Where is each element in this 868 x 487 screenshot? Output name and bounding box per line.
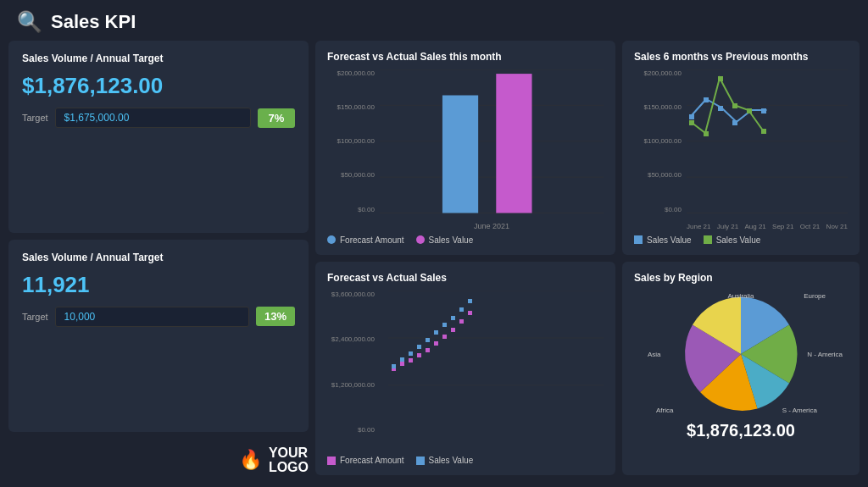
legend-item: Sales Value [704,235,761,245]
svg-rect-43 [434,330,438,335]
y-label: $3,600,000.00 [327,291,378,298]
legend-sq [634,235,643,244]
svg-rect-15 [732,120,737,125]
line-chart-6months: $200,000.00 $150,000.00 $100,000.00 $50,… [634,69,848,230]
card-forecast-actual: Forecast vs Actual Sales $3,600,000.00 $… [315,262,615,476]
y-axis-scatter: $3,600,000.00 $2,400,000.00 $1,200,000.0… [327,291,378,434]
kpi1-label: Target [22,113,48,123]
svg-rect-46 [459,307,464,312]
legend-sq [416,457,425,465]
kpi1-badge: 7% [258,108,295,128]
kpi2-value: 11,921 [22,272,295,298]
kpi2-badge: 13% [256,307,295,326]
card3-title: Forecast vs Actual Sales [327,272,604,284]
legend-dot [327,235,336,244]
y-label: $2,400,000.00 [327,335,378,343]
svg-rect-47 [468,299,472,303]
kpi1-value: $1,876,123.00 [22,73,295,99]
legend-label: Sales Value [429,235,474,245]
logo-text: YOUR LOGO [269,445,309,475]
svg-rect-45 [451,316,455,320]
region-label-australia: Australia [727,292,754,300]
kpi2-target: 10,000 [55,307,249,327]
x-label: June 21 [687,223,710,230]
y-label: $100,000.00 [327,137,378,145]
kpi-card-1: Sales Volume / Annual Target $1,876,123.… [8,41,309,233]
svg-rect-21 [732,103,737,108]
kpi2-label: Target [22,312,48,322]
logo-line2: LOGO [269,460,309,475]
svg-rect-40 [409,351,413,356]
dashboard: Forecast vs Actual Sales this month $200… [0,41,868,484]
logo-area: 🔥 YOUR LOGO [8,439,309,475]
bar-chart-monthly: $200,000.00 $150,000.00 $100,000.00 $50,… [327,69,604,230]
y-label: $150,000.00 [327,103,378,111]
legend-label: Sales Value [716,235,761,245]
legend-label: Forecast Amount [340,456,404,465]
y-label: $1,200,000.00 [327,381,378,389]
kpi2-title: Sales Volume / Annual Target [22,252,295,263]
legend-item: Forecast Amount [327,235,404,245]
header: 🔍 Sales KPI [0,0,868,41]
svg-rect-44 [442,323,447,327]
svg-rect-17 [761,108,766,113]
legend-dot [416,235,425,244]
card4-title: Sales by Region [634,272,713,284]
kpi2-row: Target 10,000 13% [22,307,295,327]
legend-item: Sales Value [634,235,692,245]
region-label-namerica: N - America [807,350,843,357]
x-label: Nov 21 [826,223,848,230]
svg-rect-33 [434,341,438,346]
pie-svg [665,291,817,418]
region-label-asia: Asia [648,350,661,357]
x-label: Sep 21 [772,223,793,230]
y-label: $150,000.00 [634,103,685,111]
x-label: Oct 21 [800,223,821,230]
right-panel: Sales Volume / Annual Target $1,876,123.… [8,41,309,475]
kpi1-row: Target $1,675,000.00 7% [22,108,295,128]
y-label: $0.00 [327,206,378,213]
svg-rect-41 [417,345,421,349]
legend-6months: Sales Value Sales Value [634,235,848,245]
kpi1-target: $1,675,000.00 [55,108,251,128]
card-sales-region: Sales by Region Australia Europe N - Am [622,262,860,476]
y-axis-monthly: $200,000.00 $150,000.00 $100,000.00 $50,… [327,69,378,213]
logo-line1: YOUR [269,445,309,461]
y-label: $50,000.00 [634,171,685,179]
kpi1-title: Sales Volume / Annual Target [22,53,295,64]
svg-rect-14 [718,106,723,111]
pie-chart: Australia Europe N - America S - America… [665,291,817,418]
svg-rect-19 [704,131,709,136]
svg-rect-39 [400,357,404,362]
card-sales-6months: Sales 6 months vs Previous months $200,0… [622,41,860,255]
line-svg [687,69,848,213]
y-label: $200,000.00 [327,69,378,77]
svg-rect-35 [451,328,455,332]
legend-item: Sales Value [416,456,474,465]
y-label: $100,000.00 [634,137,685,145]
legend-label: Sales Value [429,456,474,465]
search-icon: 🔍 [17,10,42,34]
svg-rect-20 [718,76,723,81]
svg-rect-37 [468,311,472,315]
svg-rect-42 [426,338,430,342]
x-label-monthly: June 2021 [380,222,604,230]
region-label-europe: Europe [804,292,826,300]
svg-rect-38 [392,364,396,368]
legend-item: Sales Value [416,235,474,245]
y-label: $200,000.00 [634,69,685,77]
svg-rect-6 [496,74,531,213]
scatter-svg [388,291,604,434]
flame-icon: 🔥 [239,449,262,471]
legend-monthly: Forecast Amount Sales Value [327,235,604,245]
region-total: $1,876,123.00 [687,421,795,440]
card-forecast-monthly: Forecast vs Actual Sales this month $200… [315,41,615,255]
svg-rect-29 [400,362,404,366]
svg-rect-13 [704,97,709,102]
page-title: Sales KPI [51,11,136,33]
x-label: Aug 21 [744,223,765,230]
svg-rect-5 [442,96,478,213]
svg-rect-12 [689,114,694,119]
legend-forecast-actual: Forecast Amount Sales Value [327,456,604,465]
y-label: $0.00 [634,206,685,213]
